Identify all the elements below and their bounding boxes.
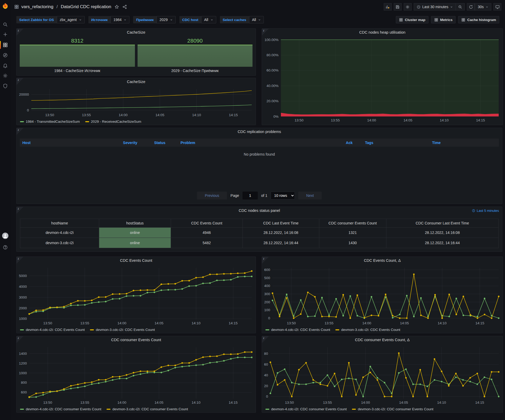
chart-legend: devmon-4.cdc-i2i: CDC Events Countdevmon… <box>20 328 155 332</box>
status-column-header: CDC Events Count <box>171 219 243 228</box>
svg-text:14:00: 14:00 <box>118 321 127 325</box>
problems-column-ack[interactable]: Ack <box>343 141 362 145</box>
dashboards-icon[interactable] <box>0 40 11 50</box>
events-chart[interactable]: 13:5013:5514:0014:0514:1014:151000200030… <box>17 264 256 333</box>
stat-label: 1984 - CacheSize Источник <box>20 69 135 73</box>
rows-per-page-select[interactable]: 10 rows <box>271 192 295 199</box>
series <box>28 357 252 398</box>
svg-text:4000: 4000 <box>19 285 27 289</box>
table-row: devmon-3.cdc-i2ionline548228.12.2022, 14… <box>20 238 499 248</box>
legend-swatch <box>107 409 110 410</box>
help-icon[interactable] <box>0 242 11 252</box>
variable-value-dropdown[interactable]: 2029 <box>156 16 175 23</box>
status-cell: online <box>99 238 171 248</box>
svg-text:13:55: 13:55 <box>80 321 89 325</box>
legend-item[interactable]: devmon-3.cdc-i2i: CDC Events Count <box>335 328 400 332</box>
previous-button[interactable]: Previous <box>197 192 227 199</box>
save-dashboard-icon[interactable] <box>394 3 402 11</box>
variable-value-dropdown[interactable]: All <box>249 16 264 23</box>
legend-item[interactable]: 2029 - ReceivedCacheSizeSum <box>85 120 141 124</box>
svg-text:14:05: 14:05 <box>155 321 164 325</box>
time-range-picker[interactable]: Last 30 minutes <box>414 3 456 11</box>
consumer-events-chart[interactable]: 13:5013:5514:0014:0514:1014:156008001000… <box>17 344 256 412</box>
grafana-logo-icon[interactable] <box>2 3 9 9</box>
legend-item[interactable]: devmon-4.cdc-i2i: CDC consumer Events Co… <box>265 407 347 411</box>
problems-column-time[interactable]: Time <box>430 141 499 145</box>
page-number-input[interactable] <box>243 192 258 199</box>
svg-text:13:50: 13:50 <box>45 113 54 117</box>
variable-pair: Источник1984 <box>88 16 130 23</box>
heap-chart[interactable]: 13:5013:5514:0014:0514:1014:150%20.00%40… <box>262 36 503 125</box>
panel-title[interactable]: CDC consumer Events Count <box>17 336 256 344</box>
panel-title[interactable]: CacheSize <box>17 78 256 85</box>
legend-label: devmon-3.cdc-i2i: CDC Events Count <box>341 328 400 332</box>
panel-title[interactable]: CDC consumer Events Count, Δ <box>262 336 503 344</box>
svg-text:600: 600 <box>21 390 27 394</box>
panel-title[interactable]: CDC nodes heap utilisation <box>262 29 503 36</box>
panel-title[interactable]: CDC Events Count <box>17 257 256 264</box>
cachesize-chart[interactable]: 13:5013:5514:0014:0514:1014:150200001984… <box>17 85 256 125</box>
status-column-header: CDC Consumer Last Event Time <box>386 219 499 228</box>
legend-item[interactable]: 1984 - TransmittedCacheSizeSum <box>20 120 80 124</box>
status-cell: devmon-4.cdc-i2i <box>20 228 99 238</box>
dashboard-settings-icon[interactable] <box>404 3 412 11</box>
variable-label[interactable]: Select Zabbix for OS <box>16 16 57 23</box>
add-panel-icon[interactable] <box>384 3 392 11</box>
user-avatar[interactable] <box>0 231 11 241</box>
clock-icon <box>417 5 421 9</box>
problems-column-host[interactable]: Host <box>20 141 120 145</box>
create-plus-icon[interactable] <box>0 29 11 39</box>
dashboard-link-cluster-map[interactable]: Cluster map <box>396 16 428 23</box>
problems-column-problem[interactable]: Problem <box>178 141 343 145</box>
svg-text:20.00%: 20.00% <box>266 99 279 103</box>
share-icon[interactable] <box>122 4 127 9</box>
events-delta-chart[interactable]: 13:5013:5514:0014:0514:1014:150100200300… <box>262 264 503 333</box>
star-icon[interactable] <box>114 4 119 9</box>
server-admin-shield-icon[interactable] <box>0 81 11 91</box>
panel-title[interactable]: CacheSize <box>17 29 256 36</box>
variable-label[interactable]: Приёмник <box>133 16 156 23</box>
alerting-bell-icon[interactable] <box>0 60 11 70</box>
variable-label[interactable]: CDC host <box>179 16 201 23</box>
legend-item[interactable]: devmon-3.cdc-i2i: CDC Events Count <box>90 328 155 332</box>
legend-item[interactable]: devmon-4.cdc-i2i: CDC Events Count <box>265 328 330 332</box>
legend-item[interactable]: devmon-4.cdc-i2i: CDC Events Count <box>20 328 85 332</box>
refresh-icon[interactable] <box>467 3 475 11</box>
configuration-gear-icon[interactable] <box>0 71 11 81</box>
variable-label[interactable]: Select caches <box>220 16 249 23</box>
svg-text:200: 200 <box>264 300 270 304</box>
panel-title[interactable]: CDC replication problems <box>17 128 502 135</box>
stat-source: 8312 1984 - CacheSize Источник <box>20 38 135 73</box>
problems-column-tags[interactable]: Tags <box>362 141 430 145</box>
search-icon[interactable] <box>0 19 11 29</box>
variable-value-dropdown[interactable]: 1984 <box>110 16 129 23</box>
svg-text:500: 500 <box>264 276 270 280</box>
next-button[interactable]: Next <box>298 192 322 199</box>
dashboard-link-metrics[interactable]: Metrics <box>431 16 456 23</box>
variable-value-dropdown[interactable]: All <box>201 16 216 23</box>
legend-item[interactable]: devmon-3.cdc-i2i: CDC consumer Events Co… <box>352 407 433 411</box>
breadcrumb-folder[interactable]: vars_refactoring <box>21 4 53 9</box>
svg-text:60: 60 <box>264 362 268 366</box>
series <box>281 40 499 116</box>
problems-column-severity[interactable]: Severity <box>120 141 152 145</box>
panel-title[interactable]: CDC nodes status panel <box>17 207 502 214</box>
svg-text:13:55: 13:55 <box>323 401 332 404</box>
problems-column-status[interactable]: Status <box>152 141 178 145</box>
legend-item[interactable]: devmon-4.cdc-i2i: CDC consumer Events Co… <box>20 407 101 411</box>
panel-title[interactable]: CDC Events Count, Δ <box>262 257 503 264</box>
topbar-actions: Last 30 minutes 30s <box>384 3 501 11</box>
legend-item[interactable]: devmon-3.cdc-i2i: CDC consumer Events Co… <box>107 407 188 411</box>
variable-value-dropdown[interactable]: zbx_agent <box>57 16 85 23</box>
consumer-delta-chart[interactable]: 13:5013:5514:0014:0514:1014:15020406080d… <box>262 344 503 412</box>
breadcrumb-dashboard-title[interactable]: DataGrid CDC replication <box>61 4 111 9</box>
dashboard-link-cache-histogram[interactable]: Cache histogram <box>458 16 499 23</box>
panel-time-range-link[interactable]: Last 5 minutes <box>472 209 499 213</box>
variable-label[interactable]: Источник <box>88 16 111 23</box>
refresh-interval-picker[interactable]: 30s <box>475 3 491 11</box>
svg-text:14:15: 14:15 <box>476 118 485 122</box>
explore-compass-icon[interactable] <box>0 50 11 60</box>
kiosk-tv-icon[interactable] <box>493 3 501 11</box>
zoom-out-time-icon[interactable] <box>456 3 465 11</box>
status-cell: 28.12.2022, 14:16:44 <box>386 238 499 248</box>
